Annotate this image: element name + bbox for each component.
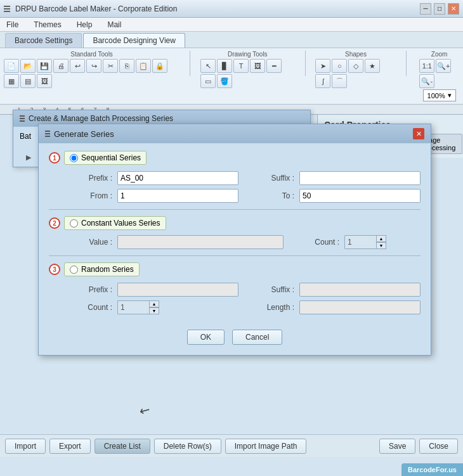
zoom-out-btn[interactable]: 🔍- — [419, 74, 434, 88]
random-option-box[interactable]: Random Series — [64, 262, 140, 276]
text-btn[interactable]: T — [233, 59, 249, 73]
cut-btn[interactable]: ✂ — [103, 59, 118, 73]
sequential-option-box[interactable]: Sequential Series — [64, 151, 147, 165]
drawing-tools-label: Drawing Tools — [228, 51, 268, 58]
random-radio[interactable] — [70, 266, 78, 274]
delete-rows-button[interactable]: Delete Row(s) — [154, 439, 221, 454]
shapes-label: Shapes — [345, 51, 367, 58]
grid-btn[interactable]: ▦ — [4, 74, 19, 88]
gen-dialog-close-button[interactable]: ✕ — [413, 128, 424, 139]
zoom-fit-btn[interactable]: 1:1 — [419, 59, 434, 73]
suffix-input-seq[interactable] — [299, 171, 421, 185]
image-btn[interactable]: 🖼 — [250, 59, 265, 73]
constant-badge: 2 — [49, 217, 60, 229]
img-btn[interactable]: 🖼 — [37, 74, 52, 88]
count-label-const: Count : — [289, 238, 339, 247]
count-input-const — [344, 235, 376, 249]
maximize-button[interactable]: □ — [434, 3, 445, 15]
minimize-button[interactable]: ─ — [420, 3, 431, 15]
suffix-input-rand — [299, 283, 421, 297]
gen-dialog-title-text: Generate Series — [54, 129, 114, 139]
curve-btn[interactable]: ∫ — [315, 74, 330, 88]
print-btn[interactable]: 🖨 — [53, 59, 68, 73]
zoom-value-box: 100% ▾ — [423, 89, 456, 101]
zoom-in-btn[interactable]: 🔍+ — [436, 59, 451, 73]
constant-form-grid: Value : Count : ▲ ▼ — [62, 235, 421, 249]
close-window-button[interactable]: ✕ — [448, 3, 459, 15]
rect-btn[interactable]: ▭ — [200, 74, 216, 88]
open-btn[interactable]: 📂 — [20, 59, 36, 73]
constant-radio[interactable] — [70, 219, 78, 228]
count-spinner-const[interactable]: ▲ ▼ — [344, 235, 421, 249]
menu-help[interactable]: Help — [73, 19, 96, 30]
standard-tools-group: Standard Tools 📄 📂 💾 🖨 ↩ ↪ ✂ ⎘ 📋 🔒 ▦ ▤ 🖼 — [4, 51, 179, 88]
count-input-rand — [117, 300, 149, 314]
count-label-rand: Count : — [62, 303, 112, 312]
sequential-label: Sequential Series — [81, 153, 141, 162]
count-down-btn[interactable]: ▼ — [376, 242, 386, 249]
table-btn[interactable]: ▤ — [20, 74, 36, 88]
sequential-badge: 1 — [49, 152, 60, 164]
zoom-buttons: 1:1 🔍+ 🔍- — [419, 59, 459, 88]
import-button[interactable]: Import — [5, 439, 46, 454]
prefix-input-seq[interactable] — [117, 171, 238, 185]
count-down-rand[interactable]: ▼ — [149, 307, 159, 314]
close-button[interactable]: Close — [419, 439, 458, 454]
redo-btn[interactable]: ↪ — [86, 59, 101, 73]
count-up-btn[interactable]: ▲ — [376, 235, 386, 242]
save-button[interactable]: Save — [379, 439, 415, 454]
menu-file[interactable]: File — [3, 19, 22, 30]
barcode-btn[interactable]: ▊ — [217, 59, 232, 73]
suffix-label-rand: Suffix : — [244, 285, 294, 294]
tab-barcode-designing[interactable]: Barcode Designing View — [83, 33, 185, 48]
cancel-button[interactable]: Cancel — [232, 330, 282, 345]
lock-btn[interactable]: 🔒 — [152, 59, 167, 73]
watermark: BarcodeFor.us — [401, 463, 463, 476]
title-grip-icon — [4, 6, 10, 12]
sequential-form-grid: Prefix : Suffix : From : To : — [62, 171, 421, 203]
suffix-label-seq: Suffix : — [244, 174, 294, 183]
constant-option-box[interactable]: Constant Values Series — [64, 216, 166, 230]
cursor-btn[interactable]: ↖ — [200, 59, 216, 73]
export-button[interactable]: Export — [49, 439, 91, 454]
divider-1 — [49, 209, 421, 210]
arrow-shape-btn[interactable]: ➤ — [315, 59, 330, 73]
batch-label: Bat — [20, 132, 31, 141]
import-image-path-button[interactable]: Import Image Path — [225, 439, 307, 454]
count-up-rand[interactable]: ▲ — [149, 300, 159, 307]
length-label: Length : — [244, 303, 294, 312]
arc-btn[interactable]: ⌒ — [332, 74, 347, 88]
dialog-buttons: OK Cancel — [49, 325, 421, 347]
length-input — [299, 300, 421, 314]
zoom-dropdown-icon[interactable]: ▾ — [448, 91, 452, 100]
ok-button[interactable]: OK — [187, 330, 225, 345]
paste-btn[interactable]: 📋 — [136, 59, 151, 73]
zoom-label: Zoom — [431, 51, 448, 58]
menu-mail[interactable]: Mail — [103, 19, 125, 30]
random-badge: 3 — [49, 264, 60, 275]
sequential-radio[interactable] — [70, 154, 78, 162]
tab-barcode-settings[interactable]: Barcode Settings — [5, 33, 82, 48]
count-spinner-rand[interactable]: ▲ ▼ — [117, 300, 238, 314]
circle-shape-btn[interactable]: ○ — [332, 59, 347, 73]
create-list-button[interactable]: Create List — [95, 439, 150, 454]
save-btn[interactable]: 💾 — [37, 59, 52, 73]
generate-series-dialog: Generate Series ✕ 1 Sequential Series Pr… — [38, 124, 431, 356]
to-input[interactable] — [299, 189, 421, 203]
undo-btn[interactable]: ↩ — [70, 59, 85, 73]
menu-themes[interactable]: Themes — [30, 19, 65, 30]
line-btn[interactable]: ━ — [266, 59, 282, 73]
gen-dialog-title-left: Generate Series — [45, 129, 114, 139]
value-input — [117, 235, 284, 249]
copy-btn[interactable]: ⎘ — [119, 59, 134, 73]
prefix-input-rand — [117, 283, 238, 297]
fill-btn[interactable]: 🪣 — [217, 74, 232, 88]
from-input[interactable] — [117, 189, 238, 203]
random-label: Random Series — [81, 265, 134, 274]
star-shape-btn[interactable]: ★ — [365, 59, 380, 73]
diamond-shape-btn[interactable]: ◇ — [348, 59, 363, 73]
zoom-value: 100% — [427, 92, 445, 100]
new-btn[interactable]: 📄 — [4, 59, 19, 73]
random-form-grid: Prefix : Suffix : Count : ▲ ▼ Length : — [62, 283, 421, 314]
drawing-tools-buttons: ↖ ▊ T 🖼 ━ ▭ 🪣 — [200, 59, 295, 88]
